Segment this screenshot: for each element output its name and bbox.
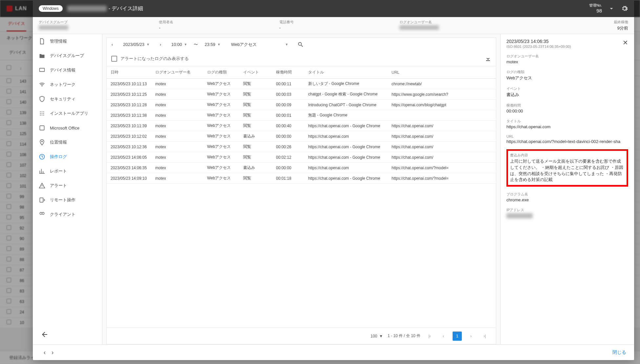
time-sep: 〜 xyxy=(194,42,198,48)
info-user-value: - xyxy=(159,25,267,30)
info-group-label: デバイスグループ xyxy=(39,20,147,25)
page-next-button[interactable]: › xyxy=(466,332,476,341)
col-type[interactable]: ログの種類 xyxy=(207,70,243,75)
log-row[interactable]: 2023/05/23 10:11:38motexWebアクセス閲覧00:00:0… xyxy=(107,110,496,121)
sidebar-item-doc[interactable]: 管理情報 xyxy=(33,34,102,49)
info-phone-label: 電話番号 xyxy=(279,20,388,25)
d-url-label: URL xyxy=(506,134,628,138)
col-url[interactable]: URL xyxy=(392,70,496,75)
d-user-val: motex xyxy=(506,59,628,64)
download-icon[interactable] xyxy=(485,55,491,62)
page-first-button[interactable]: |‹ xyxy=(425,332,434,341)
svg-rect-18 xyxy=(40,198,43,202)
log-row[interactable]: 2023/05/23 14:06:05motexWebアクセス閲覧00:02:1… xyxy=(107,152,496,163)
back-arrow-icon[interactable] xyxy=(41,331,49,338)
col-title[interactable]: タイトル xyxy=(308,70,392,75)
sidebar-item-chart[interactable]: レポート xyxy=(33,164,102,178)
modal-title-suffix: - デバイス詳細 xyxy=(109,5,143,12)
svg-rect-5 xyxy=(40,68,45,71)
search-icon[interactable] xyxy=(297,41,304,48)
date-next-button[interactable]: › xyxy=(155,39,166,50)
modal-info-strip: デバイスグループ 使用者名- 電話番号- ログオンユーザー名 最終稼働9分前 xyxy=(33,17,634,34)
log-row[interactable]: 2023/05/23 10:11:28motexWebアクセス閲覧00:00:0… xyxy=(107,100,496,110)
svg-point-12 xyxy=(43,113,44,114)
sidebar-item-client[interactable]: クライアント xyxy=(33,207,102,222)
gear-icon[interactable] xyxy=(621,5,628,12)
os-badge: Windows xyxy=(39,5,63,12)
sidebar-item-label: デバイス情報 xyxy=(50,67,75,73)
page-size-select[interactable]: 100▼ xyxy=(371,334,383,338)
log-detail-panel: 2023/05/23 14:06:35 ISO 8601 (2023-05-23… xyxy=(500,34,634,344)
svg-point-10 xyxy=(40,113,41,114)
sidebar-item-device[interactable]: デバイス情報 xyxy=(33,63,102,77)
d-url-val: https://chat.openai.com/?model=text-davi… xyxy=(506,139,628,144)
modal-close-button[interactable]: 閉じる xyxy=(612,350,626,355)
time-to-picker[interactable]: 23:59▼ xyxy=(203,42,222,47)
log-row[interactable]: 2023/05/23 10:11:39motexWebアクセス閲覧00:00:4… xyxy=(107,121,496,131)
d-event-label: イベント xyxy=(506,86,628,91)
col-user[interactable]: ログオンユーザー名 xyxy=(155,70,207,75)
sidebar-item-history[interactable]: 操作ログ xyxy=(33,150,102,164)
sidebar-item-warn[interactable]: アラート xyxy=(33,178,102,193)
log-row[interactable]: 2023/05/23 10:11:13motexWebアクセス閲覧00:00:1… xyxy=(107,79,496,89)
col-time[interactable]: 日時 xyxy=(107,70,155,75)
svg-rect-16 xyxy=(40,126,44,130)
log-category-picker[interactable]: Webアクセス▼ xyxy=(229,42,290,48)
col-event[interactable]: イベント xyxy=(243,70,276,75)
d-ip-redacted xyxy=(506,213,533,218)
sidebar-item-remote[interactable]: リモート操作 xyxy=(33,193,102,207)
mgmt-label: 管理No. xyxy=(589,3,602,8)
svg-point-20 xyxy=(42,212,44,214)
detail-close-button[interactable]: ✕ xyxy=(623,39,628,47)
log-row[interactable]: 2023/05/23 10:11:25motexWebアクセス閲覧00:00:0… xyxy=(107,89,496,100)
history-icon xyxy=(39,153,45,160)
svg-point-6 xyxy=(42,86,43,87)
sidebar-item-label: クライアント xyxy=(50,212,75,217)
sidebar-item-label: 管理情報 xyxy=(50,38,67,44)
time-from-picker[interactable]: 10:00▼ xyxy=(169,42,189,47)
sidebar-item-wifi[interactable]: ネットワーク xyxy=(33,77,102,92)
remote-icon xyxy=(39,197,45,203)
page-prev-button[interactable]: ‹ xyxy=(439,332,448,341)
log-row[interactable]: 2023/05/23 14:09:10motexWebアクセス閲覧00:01:1… xyxy=(107,173,496,184)
date-picker[interactable]: 2023/05/23▼ xyxy=(121,42,152,47)
sidebar-item-pin[interactable]: 位置情報 xyxy=(33,135,102,150)
device-detail-modal: Windows - デバイス詳細 管理No. 98 デバイスグループ 使用者名-… xyxy=(33,0,634,360)
log-row[interactable]: 2023/05/23 14:06:35motexWebアクセス書込み00:00:… xyxy=(107,163,496,173)
log-pager: 100▼ 1 - 10 件 / 全 10 件 |‹ ‹ 1 › ›| xyxy=(106,328,496,344)
sidebar-item-label: ネットワーク xyxy=(50,82,75,88)
chevron-down-icon[interactable] xyxy=(608,5,615,12)
date-prev-button[interactable]: ‹ xyxy=(107,39,118,50)
log-toolbar: ‹ 2023/05/23▼ › 10:00▼ 〜 23:59▼ Webアクセス▼ xyxy=(106,37,496,51)
sidebar-item-label: 位置情報 xyxy=(50,139,67,145)
svg-point-14 xyxy=(42,115,43,116)
sidebar-item-office[interactable]: Microsoft Office xyxy=(33,121,102,135)
svg-point-7 xyxy=(40,111,41,112)
d-title-val: https://chat.openai.com xyxy=(506,124,628,129)
warn-icon xyxy=(39,182,45,189)
sidebar-item-label: デバイスグループ xyxy=(50,53,84,59)
svg-point-15 xyxy=(43,115,44,116)
log-row[interactable]: 2023/05/23 10:12:02motexWebアクセス書込み00:00:… xyxy=(107,131,496,142)
col-dur[interactable]: 稼働時間 xyxy=(276,70,308,75)
d-write-val: 上司に対して送るメール文面を以下の要素を含む形で作成してください。 ・納期を超え… xyxy=(510,158,625,183)
svg-point-11 xyxy=(42,113,43,114)
log-table-header: 日時 ログオンユーザー名 ログの種類 イベント 稼働時間 タイトル URL xyxy=(107,66,496,79)
info-last-value: 9分前 xyxy=(520,25,628,31)
alert-only-checkbox[interactable] xyxy=(111,56,117,62)
sidebar-item-folder[interactable]: デバイスグループ xyxy=(33,49,102,63)
info-last-label: 最終稼働 xyxy=(520,20,628,25)
footer-next-button[interactable]: › xyxy=(49,349,56,356)
sidebar-item-apps[interactable]: インストールアプリ xyxy=(33,106,102,121)
sidebar-item-shield[interactable]: セキュリティ xyxy=(33,92,102,106)
d-write-label: 書込み内容 xyxy=(510,153,625,158)
d-ip-label: IPアドレス xyxy=(506,208,628,212)
info-user-label: 使用者名 xyxy=(159,20,267,25)
page-last-button[interactable]: ›| xyxy=(480,332,489,341)
office-icon xyxy=(39,125,45,131)
footer-prev-button[interactable]: ‹ xyxy=(41,349,49,356)
log-row[interactable]: 2023/05/23 10:12:36motexWebアクセス閲覧00:00:2… xyxy=(107,142,496,152)
doc-icon xyxy=(39,38,45,45)
page-number[interactable]: 1 xyxy=(453,332,462,341)
info-logon-redacted xyxy=(399,25,439,30)
